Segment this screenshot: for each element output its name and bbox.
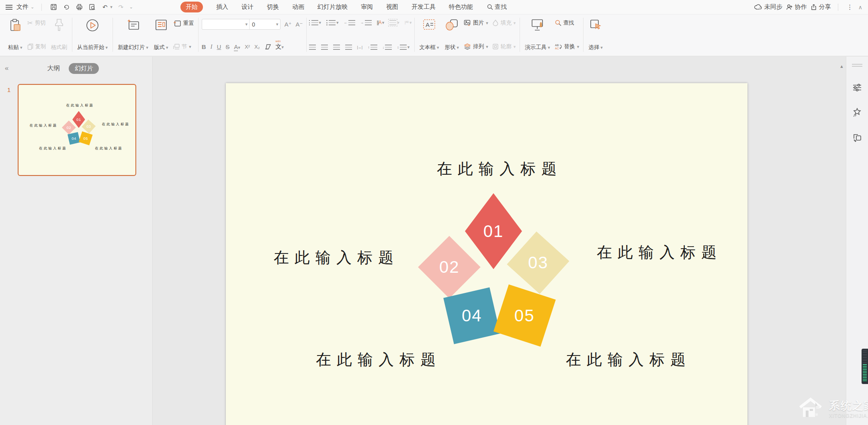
phonetic-guide-button[interactable]: 文▾ — [276, 43, 284, 51]
bullet-list-button[interactable]: ▾ — [309, 20, 321, 25]
superscript-button[interactable]: X² — [245, 44, 250, 50]
font-name-input[interactable] — [202, 19, 244, 29]
tab-slides[interactable]: 幻灯片 — [69, 63, 99, 74]
diagram-item-02[interactable]: 02 — [418, 236, 481, 298]
collapse-ribbon-button[interactable]: ∧ — [858, 4, 862, 10]
diagram-item-03[interactable]: 03 — [507, 231, 569, 294]
export-pdf-button[interactable] — [62, 3, 71, 12]
paragraph-group: ▾ ▾ ← → ||A▾ ▾ |ᴬᴮ▾ |↔| ↑ ↓ ↕▾ — [307, 17, 414, 53]
align-left-button[interactable] — [309, 45, 316, 50]
new-slide-button[interactable]: 新建幻灯片▾ — [117, 17, 149, 53]
line-spacing-button[interactable]: ↕▾ — [397, 45, 409, 50]
tab-transitions[interactable]: 切换 — [267, 3, 279, 11]
diagram-item-04[interactable]: 04 — [443, 287, 500, 344]
collaborate-icon — [786, 4, 793, 10]
title-top[interactable]: 在此输入标题 — [437, 159, 562, 179]
distribute-button[interactable]: |↔| — [357, 45, 363, 49]
justify-button[interactable] — [345, 45, 352, 50]
increase-font-button[interactable]: A⁺ — [285, 21, 292, 28]
sync-status[interactable]: 未同步 — [754, 3, 782, 11]
decrease-indent-button[interactable]: ← — [344, 20, 355, 25]
print-preview-button[interactable] — [88, 3, 96, 12]
spacing-decrease-button[interactable]: ↓ — [383, 45, 392, 50]
title-bottom-left[interactable]: 在此输入标题 — [316, 349, 441, 370]
copy-button[interactable]: 复制 — [27, 43, 46, 50]
replace-button[interactable]: ABAC 替换 ▾ — [555, 43, 579, 50]
font-name-caret[interactable]: ▾ — [244, 22, 250, 27]
align-center-button[interactable] — [321, 45, 328, 50]
tab-design[interactable]: 设计 — [242, 3, 254, 11]
tab-view[interactable]: 视图 — [386, 3, 398, 11]
more-commands-icon[interactable]: ⌄ — [129, 4, 133, 10]
format-painter-button[interactable]: 格式刷 — [50, 17, 68, 53]
panel-drag-handle[interactable] — [852, 64, 862, 67]
decrease-font-button[interactable]: A⁻ — [296, 21, 303, 28]
slide-layout-button[interactable]: 版式▾ — [153, 17, 169, 53]
tab-insert[interactable]: 插入 — [216, 3, 228, 11]
collapse-panel-button[interactable]: « — [5, 64, 8, 72]
clear-format-button[interactable] — [264, 44, 271, 50]
duplicate-shapes-icon[interactable] — [852, 133, 862, 144]
main-menu-icon[interactable] — [6, 5, 12, 10]
tab-animation[interactable]: 动画 — [292, 3, 304, 11]
file-menu-button[interactable]: 文件 ⌄ — [16, 3, 34, 11]
reset-button[interactable]: 重置 — [173, 19, 194, 27]
arrange-button[interactable]: 排列 ▾ — [464, 43, 488, 50]
effects-star-icon[interactable] — [852, 108, 862, 119]
cut-button[interactable]: ✂ 剪切 — [27, 19, 46, 27]
find-menu-button[interactable]: 查找 — [487, 3, 507, 11]
fill-button[interactable]: 填充 ▾ — [492, 19, 516, 27]
tab-special-features[interactable]: 特色功能 — [449, 3, 473, 11]
vertical-text-button[interactable]: |ᴬᴮ▾ — [405, 20, 412, 25]
collaborate-button[interactable]: 协作 — [786, 3, 807, 11]
section-button[interactable]: 节 ▾ — [173, 43, 194, 50]
diagram-item-05[interactable]: 05 — [493, 284, 556, 347]
font-size-caret[interactable]: ▾ — [274, 22, 280, 27]
title-left[interactable]: 在此输入标题 — [274, 247, 399, 268]
slide-editor[interactable]: 在此输入标题 在此输入标题 在此输入标题 在此输入标题 在此输入标题 01 02… — [226, 83, 747, 425]
text-box-border-button[interactable]: ▾ — [389, 20, 399, 25]
slide-thumbnail-item[interactable]: 1 在此输入标题 在此输入标题 在此输入标题 在此输入标题 在此输入标题 01 … — [0, 80, 152, 176]
picture-button[interactable]: 图片 ▾ — [464, 19, 488, 27]
shapes-button[interactable]: 形状▾ — [444, 17, 460, 53]
presentation-tools-button[interactable]: 演示工具▾ — [524, 17, 551, 53]
paste-button[interactable]: 粘贴▾ — [7, 17, 23, 53]
print-button[interactable] — [75, 3, 84, 12]
slide-thumbnail[interactable]: 在此输入标题 在此输入标题 在此输入标题 在此输入标题 在此输入标题 01 02… — [18, 84, 136, 176]
bold-button[interactable]: B — [202, 43, 206, 50]
font-size-input[interactable]: 0 — [250, 21, 274, 28]
from-current-slide-button[interactable]: 从当前开始▾ — [76, 17, 108, 53]
numbered-list-button[interactable]: ▾ — [326, 20, 339, 25]
tab-developer[interactable]: 开发工具 — [411, 3, 436, 11]
scrollbar-up-button[interactable]: ▲ — [839, 64, 844, 69]
underline-button[interactable]: U — [217, 43, 221, 50]
strikethrough-button[interactable]: S — [225, 43, 229, 50]
text-direction-button[interactable]: ||A▾ — [377, 20, 385, 25]
text-box-button[interactable]: A 文本框▾ — [419, 17, 440, 53]
subscript-button[interactable]: X₂ — [254, 44, 260, 50]
spacing-increase-button[interactable]: ↑ — [368, 45, 377, 50]
title-right[interactable]: 在此输入标题 — [597, 242, 722, 263]
font-color-button[interactable]: A▾ — [234, 43, 240, 50]
find-button[interactable]: 查找 — [555, 19, 579, 27]
align-right-button[interactable] — [333, 45, 340, 50]
editing-canvas[interactable]: 在此输入标题 在此输入标题 在此输入标题 在此输入标题 在此输入标题 01 02… — [153, 57, 846, 425]
tab-slideshow[interactable]: 幻灯片放映 — [317, 3, 348, 11]
title-bottom-right[interactable]: 在此输入标题 — [566, 349, 691, 370]
outline-button[interactable]: 轮廓 ▾ — [492, 43, 516, 50]
tab-review[interactable]: 审阅 — [361, 3, 373, 11]
save-button[interactable] — [49, 3, 58, 12]
more-options-button[interactable]: ⋮ — [847, 3, 853, 11]
undo-button[interactable]: ↶▾ — [100, 3, 113, 12]
italic-button[interactable]: I — [210, 43, 212, 50]
tab-home[interactable]: 开始 — [180, 2, 203, 12]
share-button[interactable]: 分享 — [811, 3, 831, 11]
select-button[interactable]: 选择▾ — [588, 17, 604, 53]
redo-button[interactable]: ↷ — [117, 3, 125, 12]
picture-caret: ▾ — [486, 20, 488, 26]
increase-indent-button[interactable]: → — [360, 20, 372, 25]
object-properties-icon[interactable] — [852, 83, 862, 94]
text-direction-icon: ||A — [377, 20, 381, 25]
tab-outline[interactable]: 大纲 — [47, 64, 60, 73]
item-number-01: 01 — [483, 223, 504, 240]
